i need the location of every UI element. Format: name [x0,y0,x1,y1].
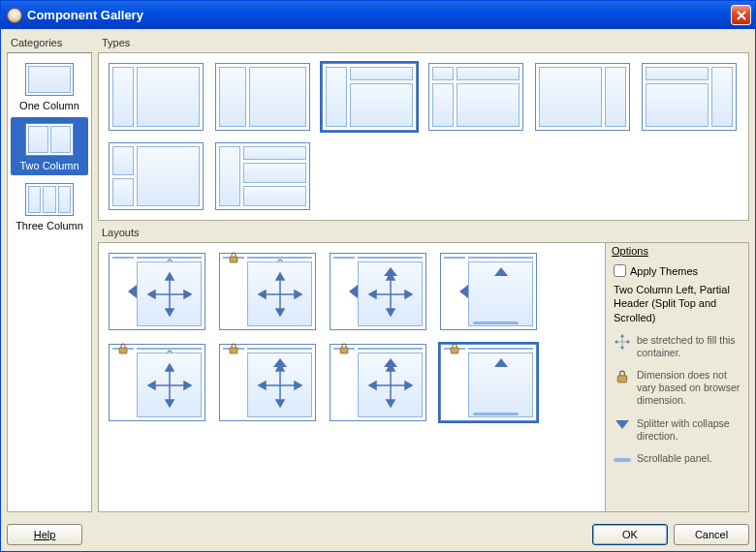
layout-thumb-icon [330,253,426,330]
type-item-0[interactable] [107,61,205,133]
splitter-up-icon [384,266,397,276]
type-item-3[interactable] [426,61,525,133]
stretch-icon [368,272,413,317]
layouts-body: Options Apply Themes Two Column Left, Pa… [98,242,749,512]
legend-stretch: be stretched to fill this container. [614,334,740,359]
lock-icon [339,343,349,354]
apply-themes-label: Apply Themes [630,265,698,277]
apply-themes-input[interactable] [614,264,626,277]
scrollable-icon [473,322,519,324]
cancel-button[interactable]: Cancel [674,524,749,545]
type-thumb-icon [215,142,310,210]
type-item-5[interactable] [640,61,739,133]
layouts-header: Layouts [98,225,749,242]
category-label: Two Column [19,160,79,171]
options-body: Apply Themes Two Column Left, Partial He… [606,261,748,472]
type-item-1[interactable] [213,61,312,133]
category-three-column[interactable]: Three Column [11,177,88,235]
one-column-icon [25,63,74,96]
layouts-grid [107,251,599,504]
splitter-up-icon [273,357,287,367]
type-item-4[interactable] [533,61,632,133]
layout-item-0[interactable] [107,251,207,332]
lock-icon [229,343,238,354]
dialog-window: Component Gallery Categories One Column … [0,0,756,552]
types-body [98,52,749,221]
legend-lock: Dimension does not vary based on browser… [614,369,740,407]
stretch-icon [258,272,302,317]
types-grid [107,61,740,212]
options-header: Options [606,243,748,261]
layout-thumb-icon [109,344,205,421]
category-label: One Column [19,100,79,111]
layout-thumb-icon [440,253,537,330]
category-label: Three Column [16,220,83,231]
window-title: Component Gallery [27,8,731,22]
categories-header: Categories [7,35,92,52]
lock-icon [118,343,128,354]
type-thumb-icon [109,142,204,210]
app-icon [7,8,22,23]
close-button[interactable] [731,5,751,25]
legend-scroll: Scrollable panel. [614,452,740,468]
categories-panel: Categories One Column Two Column Three C… [7,35,92,512]
layout-item-2[interactable] [328,251,428,332]
type-item-2[interactable] [320,61,419,133]
layout-item-7[interactable] [438,342,539,423]
layout-thumb-icon [109,253,205,330]
lock-icon [616,370,628,383]
two-column-icon [25,123,74,156]
category-one-column[interactable]: One Column [11,57,88,115]
layout-item-3[interactable] [438,251,539,332]
splitter-left-icon [349,285,359,298]
type-thumb-icon [535,63,630,131]
help-label: Help [34,529,56,540]
scrollable-icon [614,456,631,464]
layout-item-4[interactable] [107,342,207,423]
content-area: Categories One Column Two Column Three C… [1,29,755,518]
close-icon [736,10,747,21]
splitter-up-icon [384,357,397,367]
stretch-icon [368,363,413,408]
type-item-7[interactable] [213,140,312,212]
splitter-icon [615,420,629,430]
help-button[interactable]: Help [7,524,82,545]
legend-splitter: Splitter with collapse direction. [614,417,740,443]
footer: Help OK Cancel [1,518,755,551]
layout-thumb-icon [440,344,537,421]
selection-description: Two Column Left, Partial Header (Split T… [614,283,740,324]
layout-item-1[interactable] [217,251,318,332]
three-column-icon [25,183,74,216]
type-item-6[interactable] [107,140,205,212]
type-thumb-icon [428,63,523,131]
category-two-column[interactable]: Two Column [11,117,88,175]
types-panel: Types [98,35,749,221]
types-header: Types [98,35,749,52]
splitter-left-icon [128,285,138,298]
lock-icon [450,343,459,354]
stretch-icon [147,272,192,317]
lock-icon [229,252,238,263]
splitter-up-icon [494,266,508,276]
type-thumb-icon [215,63,310,131]
stretch-icon [614,334,630,350]
layout-item-6[interactable] [328,342,428,423]
categories-list: One Column Two Column Three Column [7,52,92,512]
stretch-icon [258,363,302,408]
layout-thumb-icon [219,344,316,421]
layout-thumb-icon [219,253,316,330]
type-thumb-icon [322,63,417,131]
options-panel: Options Apply Themes Two Column Left, Pa… [605,243,748,511]
splitter-left-icon [459,285,469,298]
layouts-panel: Layouts [98,225,749,512]
scrollable-icon [473,413,519,415]
splitter-up-icon [494,357,508,367]
ok-button[interactable]: OK [592,524,668,545]
stretch-icon [147,363,192,408]
titlebar: Component Gallery [1,1,755,29]
type-thumb-icon [642,63,737,131]
layout-thumb-icon [330,344,426,421]
layout-item-5[interactable] [217,342,318,423]
apply-themes-checkbox[interactable]: Apply Themes [614,264,740,277]
type-thumb-icon [109,63,204,131]
